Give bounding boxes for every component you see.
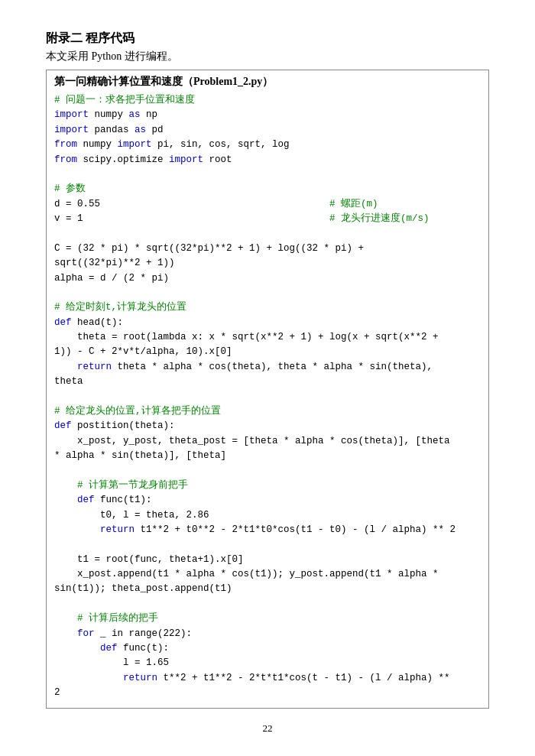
code-box-title: 第一问精确计算位置和速度（Problem1_2.py）	[54, 75, 481, 89]
main-title: 附录二 程序代码	[46, 31, 489, 47]
page-number: 22	[46, 722, 489, 735]
subtitle: 本文采用 Python 进行编程。	[46, 50, 489, 63]
code-content: # 问题一：求各把手位置和速度 import numpy as np impor…	[54, 93, 481, 700]
code-box: 第一问精确计算位置和速度（Problem1_2.py） # 问题一：求各把手位置…	[46, 70, 489, 709]
